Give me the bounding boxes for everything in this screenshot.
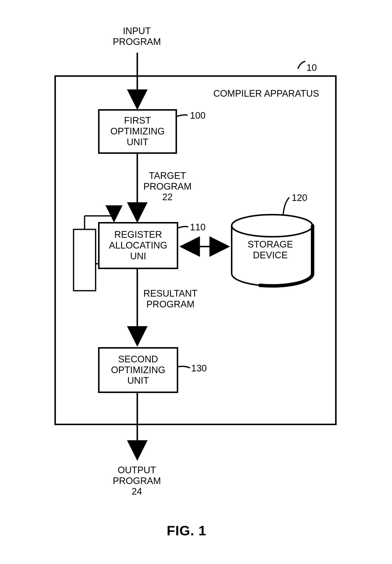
diagram-canvas: INPUT PROGRAM 10 COMPILER APPARATUS FIRS… bbox=[0, 0, 392, 564]
compiler-apparatus-title: COMPILER APPARATUS bbox=[213, 88, 319, 99]
target-program-label: TARGET PROGRAM 22 bbox=[143, 170, 191, 203]
ref-10: 10 bbox=[306, 63, 317, 73]
svg-rect-3 bbox=[74, 229, 96, 291]
input-program-label: INPUT PROGRAM bbox=[113, 26, 161, 47]
ref-120: 120 bbox=[292, 193, 307, 203]
svg-point-8 bbox=[232, 215, 312, 237]
connectors-layer bbox=[0, 0, 392, 564]
storage-device-text: STORAGE DEVICE bbox=[248, 239, 293, 261]
second-optimizing-unit-text: SECOND OPTIMIZING UNIT bbox=[111, 354, 165, 386]
register-allocating-unit-box: REGISTER ALLOCATING UNI bbox=[98, 222, 178, 269]
output-program-label: OUTPUT PROGRAM 24 bbox=[113, 465, 161, 497]
resultant-program-label: RESULTANT PROGRAM bbox=[143, 288, 197, 310]
first-optimizing-unit-box: FIRST OPTIMIZING UNIT bbox=[98, 109, 177, 154]
figure-title: FIG. 1 bbox=[167, 522, 206, 538]
ref-130: 130 bbox=[191, 363, 207, 374]
register-allocating-unit-text: REGISTER ALLOCATING UNI bbox=[109, 229, 167, 262]
ref-110: 110 bbox=[190, 222, 205, 233]
ref-100: 100 bbox=[190, 110, 205, 121]
first-optimizing-unit-text: FIRST OPTIMIZING UNIT bbox=[110, 115, 165, 147]
second-optimizing-unit-box: SECOND OPTIMIZING UNIT bbox=[98, 347, 178, 393]
